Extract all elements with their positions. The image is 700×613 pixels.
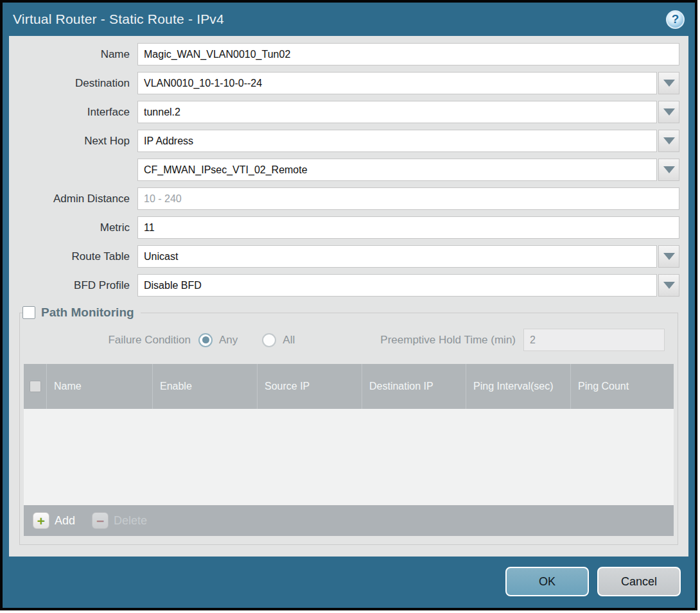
cancel-button[interactable]: Cancel — [597, 567, 681, 596]
table-header-ping-count[interactable]: Ping Count — [571, 364, 674, 409]
chevron-down-icon — [663, 253, 675, 260]
table-header-destination-ip[interactable]: Destination IP — [362, 364, 466, 409]
failure-condition-row: Failure Condition Any All Preemptive Hol… — [24, 329, 665, 351]
failure-condition-any-radio[interactable] — [198, 333, 213, 347]
table-header-row: Name Enable Source IP Destination IP Pin… — [24, 364, 674, 409]
table-header-source-ip[interactable]: Source IP — [258, 364, 362, 409]
table-empty-body — [24, 409, 674, 505]
bfd-profile-row: BFD Profile — [9, 274, 679, 297]
admin-distance-input[interactable] — [137, 187, 679, 210]
preemptive-hold-time-label: Preemptive Hold Time (min) — [380, 334, 523, 347]
delete-button-label: Delete — [114, 514, 147, 528]
next-hop-type-row: Next Hop — [9, 130, 679, 152]
name-label: Name — [9, 48, 137, 61]
dialog-title: Virtual Router - Static Route - IPv4 — [13, 12, 224, 27]
interface-label: Interface — [9, 106, 137, 119]
next-hop-address-row — [9, 159, 679, 181]
ok-button[interactable]: OK — [505, 567, 589, 596]
preemptive-hold-time-input[interactable] — [523, 329, 665, 351]
table-toolbar: + Add − Delete — [24, 505, 674, 536]
failure-condition-all-label: All — [283, 334, 295, 347]
dialog-footer: OK Cancel — [3, 557, 695, 610]
bfd-profile-dropdown-button[interactable] — [658, 274, 679, 297]
help-icon[interactable]: ? — [666, 10, 685, 29]
interface-row: Interface — [9, 101, 679, 123]
next-hop-address-dropdown-button[interactable] — [658, 159, 679, 181]
table-header-enable[interactable]: Enable — [153, 364, 258, 409]
destination-row: Destination — [9, 72, 679, 94]
failure-condition-all-radio[interactable] — [262, 333, 276, 347]
bfd-profile-input[interactable] — [137, 274, 657, 297]
table-header-name[interactable]: Name — [47, 364, 153, 409]
bfd-profile-label: BFD Profile — [9, 279, 137, 292]
route-table-input[interactable] — [137, 245, 657, 268]
route-table-dropdown-button[interactable] — [658, 245, 679, 268]
select-all-checkbox[interactable] — [30, 381, 41, 392]
table-header-ping-interval[interactable]: Ping Interval(sec) — [466, 364, 571, 409]
metric-row: Metric — [9, 216, 679, 239]
next-hop-type-input[interactable] — [137, 130, 657, 152]
route-table-row: Route Table — [9, 245, 679, 268]
name-row: Name — [9, 43, 679, 65]
chevron-down-icon — [663, 108, 675, 116]
path-monitoring-legend: Path Monitoring — [22, 306, 141, 320]
name-input[interactable] — [137, 43, 679, 65]
dialog-titlebar: Virtual Router - Static Route - IPv4 ? — [3, 3, 695, 36]
interface-dropdown-button[interactable] — [658, 101, 679, 123]
chevron-down-icon — [663, 137, 675, 144]
monitored-destinations-table: Name Enable Source IP Destination IP Pin… — [24, 364, 674, 536]
destination-dropdown-button[interactable] — [658, 72, 679, 94]
static-route-dialog: Virtual Router - Static Route - IPv4 ? N… — [0, 0, 697, 610]
path-monitoring-section: Path Monitoring Failure Condition Any Al… — [19, 306, 678, 545]
add-button-label: Add — [55, 514, 75, 528]
metric-input[interactable] — [137, 216, 679, 239]
next-hop-label: Next Hop — [9, 135, 137, 148]
minus-icon: − — [92, 512, 109, 529]
plus-icon: + — [33, 512, 49, 529]
add-button[interactable]: + Add — [33, 512, 75, 529]
failure-condition-label: Failure Condition — [24, 334, 198, 347]
delete-button[interactable]: − Delete — [92, 512, 147, 529]
admin-distance-row: Admin Distance — [9, 187, 679, 210]
path-monitoring-title: Path Monitoring — [41, 306, 134, 320]
destination-label: Destination — [9, 77, 137, 90]
dialog-content: Name Destination Interface Next Hop — [9, 36, 688, 557]
route-table-label: Route Table — [9, 250, 137, 263]
admin-distance-label: Admin Distance — [9, 193, 137, 205]
chevron-down-icon — [663, 80, 675, 87]
table-header-checkbox-cell — [24, 364, 47, 409]
next-hop-address-input[interactable] — [137, 159, 657, 181]
chevron-down-icon — [663, 166, 675, 173]
failure-condition-any-label: Any — [219, 334, 238, 347]
path-monitoring-checkbox[interactable] — [22, 306, 35, 319]
metric-label: Metric — [9, 221, 137, 234]
chevron-down-icon — [663, 282, 675, 289]
next-hop-type-dropdown-button[interactable] — [658, 130, 679, 152]
destination-input[interactable] — [137, 72, 657, 94]
interface-input[interactable] — [137, 101, 657, 123]
